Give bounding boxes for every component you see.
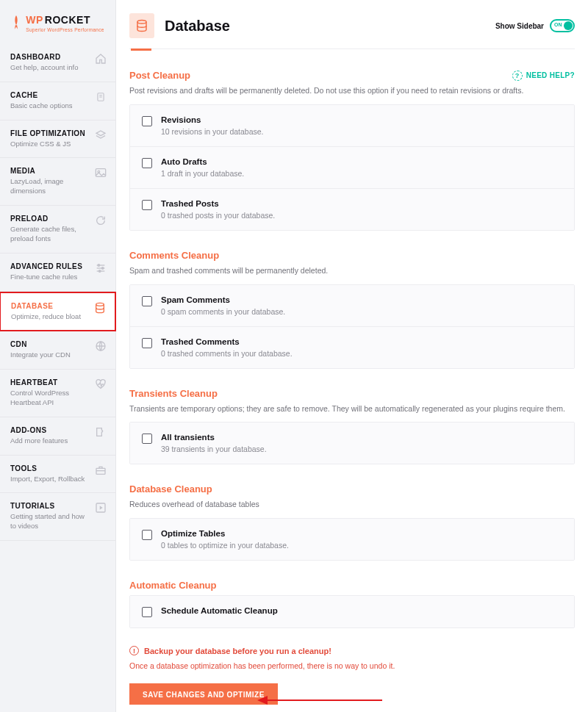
brand-logo: WPROCKET Superior WordPress Performance [0, 7, 115, 44]
section-desc: Spam and trashed comments will be perman… [129, 265, 575, 277]
sidebar-item-label: ADVANCED RULES [10, 262, 90, 270]
globe-icon [95, 340, 107, 352]
svg-point-9 [101, 267, 104, 269]
option-sub: 0 spam comments in your database. [161, 307, 285, 316]
section-automatic-cleanup: Automatic Cleanup Schedule Automatic Cle… [129, 580, 575, 628]
toggle-switch-icon[interactable]: ON [550, 19, 575, 32]
home-icon [95, 53, 107, 65]
rocket-icon [11, 15, 21, 31]
active-tab-indicator [131, 48, 151, 51]
option-sub: 10 revisions in your database. [161, 127, 264, 136]
toolbox-icon [95, 464, 107, 476]
option-title: Trashed Comments [161, 337, 293, 346]
checkbox[interactable] [142, 338, 152, 348]
section-title: Database Cleanup [129, 483, 212, 495]
sidebar-item-label: PRELOAD [10, 215, 90, 223]
sidebar-item-label: FILE OPTIMIZATION [10, 129, 90, 137]
sidebar-item-addons[interactable]: ADD-ONS Add more features [0, 417, 115, 456]
save-changes-button[interactable]: SAVE CHANGES AND OPTIMIZE [129, 683, 278, 705]
sidebar-item-heartbeat[interactable]: HEARTBEAT Control WordPress Heartbeat AP… [0, 370, 115, 417]
checkbox[interactable] [142, 296, 152, 306]
sidebar-item-file-optimization[interactable]: FILE OPTIMIZATION Optimize CSS & JS [0, 121, 115, 159]
database-icon [135, 19, 148, 32]
option-sub: 0 tables to optimize in your database. [161, 541, 289, 550]
section-title: Transients Cleanup [129, 388, 218, 399]
sidebar-item-label: MEDIA [10, 167, 90, 175]
brand-rocket: ROCKET [45, 14, 90, 26]
sidebar-item-sublabel: Optimize CSS & JS [10, 140, 90, 149]
sidebar: WPROCKET Superior WordPress Performance … [0, 0, 116, 712]
page-title: Database [165, 18, 495, 35]
option-title: Auto Drafts [161, 157, 244, 166]
checkbox[interactable] [142, 607, 152, 617]
sidebar-item-label: CACHE [10, 91, 90, 99]
warning-title: Backup your database before you run a cl… [144, 647, 331, 655]
brand-wp: WP [26, 14, 43, 26]
need-help-label: NEED HELP? [526, 71, 575, 79]
sidebar-item-cdn[interactable]: CDN Integrate your CDN [0, 331, 115, 370]
sidebar-item-sublabel: Integrate your CDN [10, 350, 90, 360]
sidebar-item-tools[interactable]: TOOLS Import, Export, Rollback [0, 456, 115, 494]
sidebar-item-label: TUTORIALS [10, 502, 90, 510]
puzzle-icon [95, 426, 107, 438]
section-desc: Post revisions and drafts will be perman… [129, 85, 575, 97]
option-title: Optimize Tables [161, 529, 289, 538]
need-help-button[interactable]: ? NEED HELP? [512, 71, 575, 81]
section-title: Automatic Cleanup [129, 580, 216, 591]
svg-point-17 [137, 21, 146, 24]
heartbeat-icon [95, 378, 107, 390]
sidebar-item-sublabel: Optimize, reduce bloat [11, 312, 90, 322]
warning-sub: Once a database optimization has been pe… [129, 661, 575, 670]
checkbox[interactable] [142, 200, 152, 210]
page-header: Database Show Sidebar ON [129, 0, 575, 49]
show-sidebar-label: Show Sidebar [495, 22, 544, 30]
file-icon [95, 91, 107, 103]
option-sub: 0 trashed posts in your database. [161, 211, 275, 220]
checkbox[interactable] [142, 434, 152, 444]
play-icon [95, 502, 107, 514]
show-sidebar-toggle[interactable]: Show Sidebar ON [495, 19, 575, 32]
sidebar-item-label: DATABASE [11, 302, 90, 310]
sidebar-item-database[interactable]: DATABASE Optimize, reduce bloat [0, 292, 116, 332]
option-sub: 1 draft in your database. [161, 169, 244, 178]
sidebar-item-sublabel: LazyLoad, image dimensions [10, 177, 90, 196]
section-desc: Reduces overhead of database tables [129, 499, 575, 511]
sidebar-item-dashboard[interactable]: DASHBOARD Get help, account info [0, 44, 115, 82]
option-title: Trashed Posts [161, 199, 275, 208]
checkbox[interactable] [142, 158, 152, 168]
sidebar-item-sublabel: Add more features [10, 436, 90, 446]
sidebar-item-label: DASHBOARD [10, 53, 90, 61]
option-auto-drafts: Auto Drafts 1 draft in your database. [130, 147, 574, 189]
option-optimize-tables: Optimize Tables 0 tables to optimize in … [130, 519, 574, 560]
brand-tagline: Superior WordPress Performance [26, 27, 104, 32]
option-title: Revisions [161, 115, 264, 124]
section-title: Comments Cleanup [129, 250, 219, 261]
sidebar-item-label: CDN [10, 340, 90, 348]
option-trashed-posts: Trashed Posts 0 trashed posts in your da… [130, 189, 574, 230]
sidebar-item-sublabel: Getting started and how to videos [10, 512, 90, 531]
layers-icon [95, 129, 107, 141]
option-schedule-cleanup: Schedule Automatic Cleanup [130, 596, 574, 628]
sidebar-item-media[interactable]: MEDIA LazyLoad, image dimensions [0, 158, 115, 206]
warning-row: ! Backup your database before you run a … [129, 646, 575, 655]
checkbox[interactable] [142, 530, 152, 540]
sliders-icon [95, 262, 107, 274]
checkbox[interactable] [142, 116, 152, 126]
option-title: All transients [161, 433, 267, 442]
sidebar-item-label: TOOLS [10, 464, 90, 472]
sidebar-item-tutorials[interactable]: TUTORIALS Getting started and how to vid… [0, 493, 115, 541]
option-sub: 39 transients in your database. [161, 445, 267, 453]
option-trashed-comments: Trashed Comments 0 trashed comments in y… [130, 327, 574, 368]
section-title: Post Cleanup [129, 70, 190, 81]
refresh-icon [95, 215, 107, 226]
section-database-cleanup: Database Cleanup Reduces overhead of dat… [129, 483, 575, 561]
sidebar-item-sublabel: Fine-tune cache rules [10, 273, 90, 282]
option-spam-comments: Spam Comments 0 spam comments in your da… [130, 285, 574, 327]
sidebar-item-advanced-rules[interactable]: ADVANCED RULES Fine-tune cache rules [0, 253, 115, 292]
svg-point-8 [98, 264, 100, 266]
sidebar-item-label: HEARTBEAT [10, 378, 90, 386]
svg-point-10 [98, 270, 101, 272]
option-title: Schedule Automatic Cleanup [161, 606, 278, 615]
sidebar-item-cache[interactable]: CACHE Basic cache options [0, 82, 115, 121]
sidebar-item-preload[interactable]: PRELOAD Generate cache files, preload fo… [0, 206, 115, 253]
